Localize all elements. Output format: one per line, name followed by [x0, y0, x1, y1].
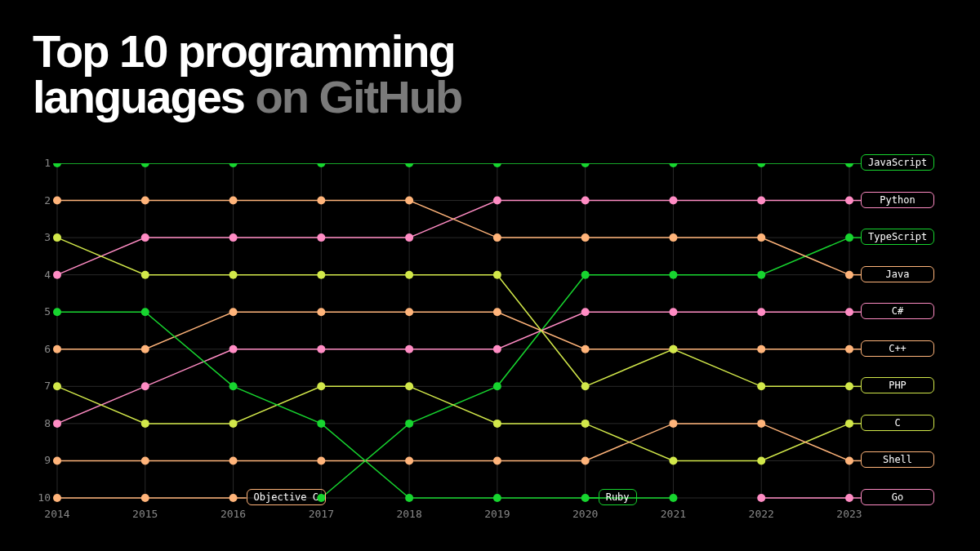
svg-point-21: [141, 163, 149, 167]
svg-point-70: [317, 308, 325, 316]
series-label: Go: [861, 489, 934, 505]
y-tick: 10: [29, 491, 51, 504]
y-tick: 3: [29, 231, 51, 243]
series-label: C#: [861, 303, 934, 319]
svg-point-64: [669, 308, 677, 316]
svg-point-57: [53, 420, 61, 428]
svg-point-26: [581, 163, 590, 167]
svg-point-113: [405, 494, 413, 502]
svg-point-114: [493, 494, 501, 502]
svg-point-78: [141, 271, 149, 279]
svg-point-77: [53, 233, 61, 242]
svg-point-35: [493, 197, 501, 205]
svg-point-49: [229, 197, 238, 205]
svg-point-107: [757, 494, 765, 502]
svg-point-62: [493, 345, 501, 353]
svg-point-52: [493, 233, 501, 242]
svg-point-31: [141, 233, 149, 242]
svg-point-87: [53, 382, 61, 390]
rank-chart: 1234567891020142015201620172018201920202…: [33, 163, 947, 531]
svg-point-54: [669, 233, 677, 242]
y-tick: 2: [29, 194, 51, 207]
svg-point-33: [317, 233, 325, 242]
svg-point-23: [317, 163, 325, 167]
svg-point-45: [757, 271, 765, 279]
svg-point-30: [53, 271, 61, 279]
svg-point-105: [757, 420, 765, 428]
svg-point-20: [53, 163, 61, 167]
svg-point-59: [229, 345, 238, 353]
x-tick: 2016: [217, 508, 250, 520]
svg-point-32: [229, 233, 238, 242]
svg-point-100: [317, 456, 325, 464]
svg-point-92: [493, 420, 501, 428]
title-line-2a: languages: [33, 71, 244, 122]
svg-point-48: [141, 197, 149, 205]
x-tick: 2018: [393, 508, 425, 520]
svg-point-68: [141, 345, 149, 353]
svg-point-53: [581, 233, 590, 242]
svg-point-61: [405, 345, 413, 353]
series-label: C++: [861, 340, 934, 357]
chart-svg: [33, 163, 947, 531]
series-label: Java: [861, 266, 934, 282]
svg-point-36: [581, 197, 590, 205]
svg-point-111: [229, 382, 238, 390]
svg-point-37: [669, 197, 677, 205]
svg-point-103: [581, 456, 590, 464]
svg-point-28: [757, 163, 765, 167]
svg-point-60: [317, 345, 325, 353]
svg-point-83: [581, 382, 590, 390]
svg-point-91: [405, 382, 413, 390]
series-label: Shell: [861, 451, 934, 468]
svg-point-25: [493, 163, 501, 167]
svg-point-82: [493, 271, 501, 279]
svg-point-93: [581, 420, 590, 428]
svg-point-110: [141, 308, 149, 316]
svg-point-24: [405, 163, 413, 167]
x-tick: 2023: [833, 508, 866, 520]
x-tick: 2014: [41, 508, 74, 520]
svg-point-50: [317, 197, 325, 205]
series-end-label: Objective C: [247, 489, 326, 505]
svg-point-55: [757, 233, 765, 242]
svg-point-41: [405, 420, 413, 428]
svg-point-117: [53, 494, 61, 502]
y-tick: 4: [29, 269, 51, 281]
svg-point-73: [581, 345, 590, 353]
svg-point-79: [229, 271, 238, 279]
svg-point-85: [757, 382, 765, 390]
series-label: PHP: [861, 377, 934, 393]
svg-point-109: [53, 308, 61, 316]
x-tick: 2021: [657, 508, 689, 520]
x-tick: 2020: [569, 508, 602, 520]
svg-point-27: [669, 163, 677, 167]
svg-point-104: [669, 420, 677, 428]
svg-point-89: [229, 420, 238, 428]
chart-title: Top 10 programming languages on GitHub: [33, 29, 461, 120]
svg-point-47: [53, 197, 61, 205]
svg-point-80: [317, 271, 325, 279]
y-tick: 8: [29, 417, 51, 429]
y-tick: 9: [29, 454, 51, 466]
svg-point-84: [669, 345, 677, 353]
y-tick: 7: [29, 380, 51, 392]
svg-point-72: [493, 308, 501, 316]
svg-point-101: [405, 456, 413, 464]
svg-point-88: [141, 420, 149, 428]
svg-point-69: [229, 308, 238, 316]
svg-point-63: [581, 308, 590, 316]
svg-point-116: [669, 494, 677, 502]
svg-point-22: [229, 163, 238, 167]
svg-point-97: [53, 456, 61, 464]
x-tick: 2017: [305, 508, 337, 520]
svg-point-81: [405, 271, 413, 279]
y-tick: 5: [29, 305, 51, 318]
svg-point-112: [317, 420, 325, 428]
svg-point-75: [757, 345, 765, 353]
y-tick: 6: [29, 343, 51, 355]
svg-point-90: [317, 382, 325, 390]
series-label: TypeScript: [861, 229, 934, 245]
svg-point-98: [141, 456, 149, 464]
svg-point-58: [141, 382, 149, 390]
